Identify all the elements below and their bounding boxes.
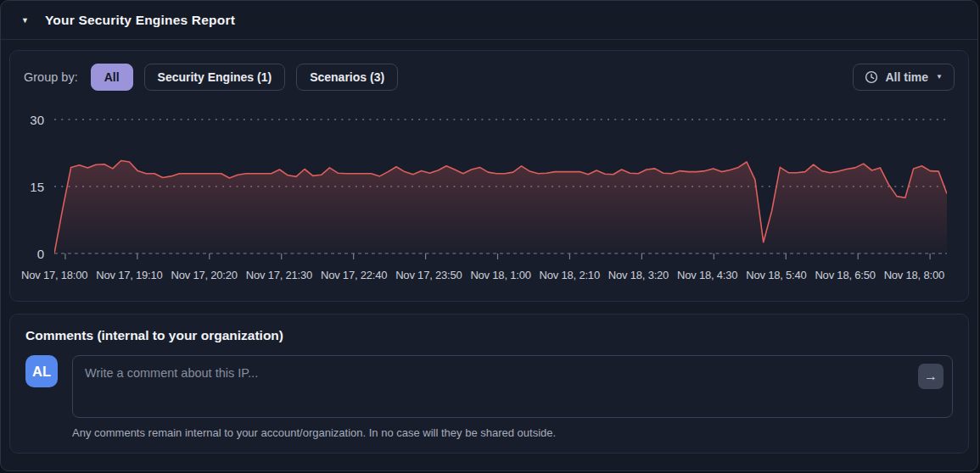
clock-icon	[865, 70, 878, 84]
x-tick-label: Nov 18, 2:10	[540, 269, 600, 281]
arrow-right-icon: →	[924, 369, 938, 384]
send-comment-button[interactable]: →	[918, 364, 944, 389]
y-tick-label: 15	[12, 180, 44, 194]
group-by-label: Group by:	[24, 70, 78, 84]
avatar: AL	[25, 355, 58, 387]
time-range-dropdown[interactable]: All time ▼	[853, 64, 955, 91]
x-tick-label: Nov 17, 23:50	[395, 269, 462, 281]
line-chart: 01530	[54, 113, 947, 262]
group-by-scenarios-button[interactable]: Scenarios (3)	[296, 64, 398, 91]
x-tick-label: Nov 18, 3:20	[608, 269, 669, 281]
comment-compose-row: AL →	[25, 355, 953, 418]
x-tick-label: Nov 17, 20:20	[171, 269, 237, 281]
security-report-page: ▼ Your Security Engines Report Group by:…	[0, 0, 978, 471]
y-tick-label: 30	[12, 113, 44, 127]
time-range-label: All time	[886, 70, 929, 85]
x-tick-label: Nov 18, 6:50	[815, 269, 875, 281]
x-tick-label: Nov 18, 1:00	[470, 269, 530, 281]
x-tick-label: Nov 18, 4:30	[677, 269, 737, 281]
x-axis-labels: Nov 17, 18:00Nov 17, 19:10Nov 17, 20:20N…	[21, 269, 944, 281]
y-tick-label: 0	[12, 247, 44, 261]
comments-disclaimer: Any comments remain internal to your acc…	[72, 426, 953, 439]
report-chart-panel: Group by: All Security Engines (1) Scena…	[9, 50, 969, 302]
x-tick-label: Nov 17, 19:10	[96, 269, 162, 281]
x-tick-label: Nov 17, 21:30	[246, 269, 312, 281]
chart-controls: Group by: All Security Engines (1) Scena…	[10, 51, 968, 91]
x-tick-label: Nov 18, 8:00	[884, 269, 944, 281]
x-tick-label: Nov 17, 18:00	[21, 269, 87, 281]
chart-svg	[54, 113, 947, 262]
collapse-triangle-icon[interactable]: ▼	[21, 16, 29, 25]
comments-panel: Comments (internal to your organization)…	[9, 314, 969, 454]
group-by-security-engines-button[interactable]: Security Engines (1)	[144, 64, 286, 91]
report-header: ▼ Your Security Engines Report	[1, 1, 977, 40]
page-title: Your Security Engines Report	[45, 13, 235, 28]
comments-title: Comments (internal to your organization)	[25, 328, 953, 343]
x-tick-label: Nov 17, 22:40	[321, 269, 387, 281]
group-by-all-button[interactable]: All	[91, 64, 133, 91]
comment-input-wrap: →	[72, 355, 953, 418]
comment-input[interactable]	[73, 356, 952, 417]
chevron-down-icon: ▼	[936, 70, 943, 85]
x-tick-label: Nov 18, 5:40	[746, 269, 806, 281]
